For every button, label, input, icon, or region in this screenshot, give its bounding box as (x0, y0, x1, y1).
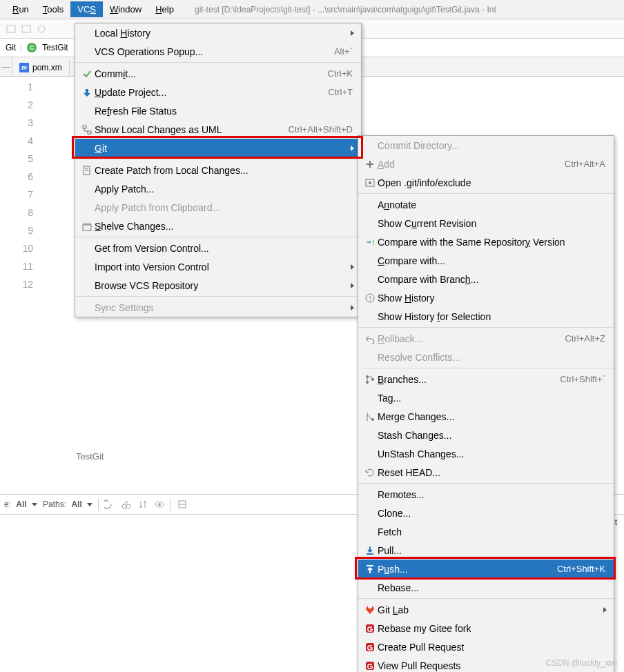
git-menu-item[interactable]: Push...Ctrl+Shift+K (358, 560, 614, 578)
vcs-menu-item[interactable]: Apply Patch... (75, 179, 361, 198)
git-menu-item: AddCtrl+Alt+A (358, 155, 614, 173)
menu-separator (358, 327, 614, 328)
menu-vcs[interactable]: VCS (70, 1, 103, 17)
line-number: 10 (0, 239, 33, 257)
menu-item-shortcut: Ctrl+Shift+K (557, 564, 605, 574)
plus-icon (362, 159, 378, 170)
git-menu-item[interactable]: Fetch (358, 522, 614, 541)
git-menu-item[interactable]: Merge Changes... (358, 407, 614, 426)
git-menu-item[interactable]: Rebase... (358, 578, 614, 597)
menu-item-label: Show History (378, 293, 605, 304)
pull-icon (362, 545, 378, 556)
line-number: 11 (0, 257, 33, 275)
gitlab-icon (362, 604, 378, 615)
git-menu-item[interactable]: Pull... (358, 541, 614, 560)
vcs-menu-item[interactable]: Get from Version Control... (75, 239, 361, 257)
menu-separator (358, 193, 614, 194)
menu-bar: Run Tools VCS Window Help git-test [D:\I… (0, 0, 624, 19)
vcs-menu-item[interactable]: VCS Operations Popup...Alt+` (75, 42, 361, 61)
git-menu-item[interactable]: Stash Changes... (358, 426, 614, 444)
tab-label: pom.xm (32, 63, 62, 72)
maven-icon: m (19, 63, 29, 72)
clock-icon (362, 293, 378, 304)
vcs-menu-item[interactable]: Import into Version Control (75, 257, 361, 276)
menu-separator (75, 296, 361, 297)
gitcfg-icon (362, 177, 378, 188)
git-submenu: Commit Directory...AddCtrl+Alt+AOpen .gi… (358, 135, 614, 672)
vcs-menu-item[interactable]: Browse VCS Repository (75, 276, 361, 295)
menu-item-shortcut: Ctrl+Shift+` (560, 374, 605, 384)
vcs-menu-item[interactable]: Git (75, 139, 361, 157)
git-menu-item[interactable]: Tag... (358, 388, 614, 407)
git-menu-item[interactable]: Clone... (358, 504, 614, 522)
svg-rect-0 (7, 26, 15, 32)
vcs-menu-item[interactable]: Local History (75, 23, 361, 42)
menu-item-label: Merge Changes... (378, 411, 605, 422)
git-menu-item[interactable]: Git Lab (358, 600, 614, 619)
menu-run[interactable]: Run (6, 1, 36, 17)
shelve-icon (79, 221, 95, 232)
git-menu-item[interactable]: Show Current Revision (358, 214, 614, 233)
git-menu-item[interactable]: Compare with the Same Repository Version (358, 233, 614, 251)
chevron-down-icon (32, 503, 37, 506)
toolbar-icon-1[interactable] (6, 23, 17, 34)
svg-rect-15 (83, 223, 91, 225)
vcs-menu-item[interactable]: Commit...Ctrl+K (75, 64, 361, 83)
menu-item-shortcut: Ctrl+Alt+Shift+D (288, 124, 353, 135)
git-menu-item[interactable]: Annotate (358, 195, 614, 214)
cherry-pick-icon[interactable] (121, 499, 132, 510)
settings-icon[interactable] (177, 499, 188, 510)
toolbar-icon-3[interactable] (36, 23, 47, 34)
git-menu-item[interactable]: Open .git/info/exclude (358, 173, 614, 192)
menu-item-label: Tag... (378, 393, 605, 404)
git-menu-item[interactable]: Compare with... (358, 251, 614, 270)
menu-help[interactable]: Help (148, 1, 181, 17)
menu-window[interactable]: Window (103, 1, 148, 17)
menu-item-label: Add (378, 159, 565, 170)
menu-tools[interactable]: Tools (36, 1, 70, 17)
filter-e[interactable]: e: All (4, 500, 37, 509)
menu-item-label: Stash Changes... (378, 430, 605, 441)
chevron-down-icon (87, 503, 92, 506)
menu-item-label: Rebase... (378, 582, 605, 593)
git-menu-item[interactable]: Show History for Selection (358, 307, 614, 326)
gitee-icon (362, 642, 378, 653)
menu-item-label: Import into Version Control (95, 261, 353, 273)
menu-item-label: Remotes... (378, 489, 605, 500)
vcs-menu-item[interactable]: Update Project...Ctrl+T (75, 83, 361, 101)
git-menu-item[interactable]: Compare with Branch... (358, 270, 614, 288)
breadcrumb-seg-2[interactable]: TestGit (39, 43, 70, 52)
right-text-fragment: it (613, 517, 624, 527)
tab-pom[interactable]: m pom.xm (12, 59, 70, 76)
menu-item-label: UnStash Changes... (378, 448, 605, 459)
git-menu-item: Resolve Conflicts... (358, 348, 614, 366)
svg-point-22 (366, 381, 369, 384)
vcs-menu-item[interactable]: Create Patch from Local Changes... (75, 161, 361, 179)
filter-paths[interactable]: Paths: All (43, 500, 92, 509)
menu-item-label: VCS Operations Popup... (95, 46, 334, 57)
git-menu-item[interactable]: Rebase my Gitee fork (358, 619, 614, 638)
refresh-icon[interactable] (104, 499, 115, 510)
sort-icon[interactable] (137, 499, 148, 510)
menu-item-label: Open .git/info/exclude (378, 177, 605, 188)
vcs-menu-item[interactable]: Show Local Changes as UMLCtrl+Alt+Shift+… (75, 120, 361, 139)
svg-point-3 (122, 504, 126, 508)
vcs-menu-item[interactable]: Shelve Changes... (75, 217, 361, 235)
vcs-menu-item[interactable]: Refresh File Status (75, 101, 361, 120)
git-menu-item[interactable]: Reset HEAD... (358, 463, 614, 482)
git-menu-item[interactable]: Create Pull Request (358, 638, 614, 656)
git-menu-item[interactable]: Show History (358, 288, 614, 307)
git-menu-item[interactable]: Remotes... (358, 485, 614, 504)
menu-item-label: Push... (378, 564, 557, 575)
svg-point-6 (158, 503, 161, 506)
menu-item-label: Get from Version Control... (95, 243, 353, 254)
window-title: git-test [D:\IdeaProjects\git-test] - ..… (195, 5, 496, 14)
breadcrumb-seg-1[interactable]: Git (3, 43, 19, 52)
git-menu-item[interactable]: Branches...Ctrl+Shift+` (358, 370, 614, 388)
menu-separator (75, 159, 361, 159)
git-menu-item[interactable]: UnStash Changes... (358, 444, 614, 463)
menu-item-label: Pull... (378, 545, 605, 556)
toolbar-icon-2[interactable] (21, 23, 32, 34)
menu-item-label: Rollback... (378, 333, 565, 344)
eye-icon[interactable] (154, 499, 165, 510)
